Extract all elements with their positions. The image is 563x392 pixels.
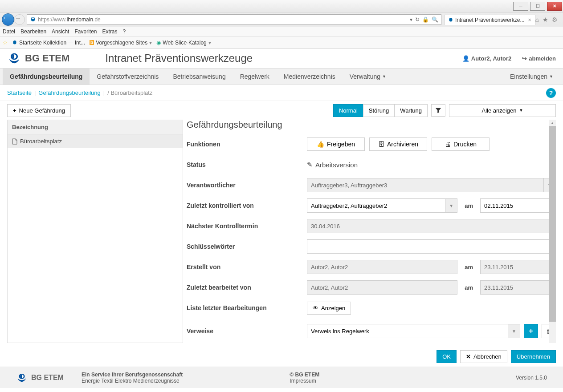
nav-medien[interactable]: Medienverzeichnis xyxy=(277,69,343,85)
caret-down-icon[interactable]: ▼ xyxy=(508,324,520,338)
kontrolliert-date[interactable]: 📅 xyxy=(480,198,556,213)
search-icon[interactable]: 🔍 xyxy=(432,16,438,23)
label-kontrolliert: Zuletzt kontrolliert von xyxy=(187,202,307,209)
am-label: am xyxy=(461,284,477,291)
menu-datei[interactable]: Datei xyxy=(3,28,15,35)
filter-button[interactable] xyxy=(431,104,445,117)
menu-help[interactable]: ? xyxy=(123,28,126,35)
caret-down-icon: ▼ xyxy=(519,108,523,113)
archivieren-button[interactable]: 🗄Archivieren xyxy=(369,137,427,151)
browser-url-bar[interactable]: https://www.ihredomain.de ▾ ↻ 🔒 🔍 xyxy=(27,14,441,25)
scroll-thumb[interactable] xyxy=(549,126,556,322)
sidebar-header: Bezeichnung xyxy=(8,120,183,134)
verantwortlicher-select[interactable]: ▼ xyxy=(307,178,556,192)
close-icon: ✕ xyxy=(466,353,471,360)
scroll-up-icon[interactable]: ▲ xyxy=(549,120,556,126)
mode-stoerung[interactable]: Störung xyxy=(363,104,395,117)
browser-forward-button[interactable]: → xyxy=(14,14,25,25)
label-status: Status xyxy=(187,161,307,168)
label-funktionen: Funktionen xyxy=(187,141,307,148)
breadcrumb-section[interactable]: Gefährdungsbeurteilung xyxy=(38,89,101,96)
print-icon: 🖨 xyxy=(445,141,451,148)
nav-betriebsanweisung[interactable]: Betriebsanweisung xyxy=(166,69,233,85)
bing-icon: b xyxy=(90,40,94,45)
kontrolliert-select[interactable]: ▼ xyxy=(307,198,457,213)
mode-normal[interactable]: Normal xyxy=(333,104,363,117)
tab-close-icon[interactable]: × xyxy=(528,17,531,23)
footer-version: Version 1.5.0 xyxy=(507,375,556,381)
apply-button[interactable]: Übernehmen xyxy=(511,350,556,363)
add-reference-button[interactable]: + xyxy=(524,324,538,338)
ok-button[interactable]: OK xyxy=(437,350,457,363)
home-icon[interactable]: ⌂ xyxy=(535,16,539,23)
show-all-button[interactable]: Alle anzeigen ▼ xyxy=(449,104,556,117)
scrollbar[interactable]: ▲ xyxy=(549,120,556,343)
kontrolliert-date-input[interactable] xyxy=(480,198,556,213)
menu-bearbeiten[interactable]: Bearbeiten xyxy=(20,28,46,35)
action-bar: OK ✕ Abbrechen Übernehmen xyxy=(0,347,563,367)
verweis-select[interactable]: ▼ xyxy=(307,324,520,338)
label-erstellt: Erstellt von xyxy=(187,263,307,271)
kontrolliert-input[interactable] xyxy=(307,198,445,213)
am-label: am xyxy=(461,264,477,271)
help-icon[interactable]: ? xyxy=(546,88,556,98)
logout-link[interactable]: ↪ abmelden xyxy=(522,55,556,62)
schluessel-input[interactable] xyxy=(307,239,556,254)
favorites-add-icon[interactable]: ☆ xyxy=(3,40,8,46)
new-hazard-button[interactable]: + Neue Gefährdung xyxy=(7,104,71,117)
archive-icon: 🗄 xyxy=(378,141,384,148)
breadcrumb-home[interactable]: Startseite xyxy=(7,89,32,96)
dropdown-icon[interactable]: ▾ xyxy=(410,16,412,23)
nav-regelwerk[interactable]: Regelwerk xyxy=(233,69,277,85)
nav-einstellungen[interactable]: Einstellungen ▼ xyxy=(503,69,560,85)
webslice-icon: ◉ xyxy=(156,40,161,46)
drucken-button[interactable]: 🖨Drucken xyxy=(432,137,490,151)
user-icon: 👤 xyxy=(462,55,469,62)
tab-strip: Intranet Präventionswerkze... × xyxy=(443,13,535,26)
browser-menubar: Datei Bearbeiten Ansicht Favoriten Extra… xyxy=(0,27,563,36)
anzeigen-button[interactable]: 👁 Anzeigen xyxy=(307,302,351,315)
nav-verwaltung[interactable]: Verwaltung ▼ xyxy=(343,69,393,85)
label-liste: Liste letzter Bearbeitungen xyxy=(187,304,307,311)
tools-icon[interactable]: ⚙ xyxy=(552,16,558,23)
sidebar-item[interactable]: Büroarbeitsplatz xyxy=(8,134,183,148)
verweis-input[interactable] xyxy=(307,324,508,338)
form-panel: Gefährdungsbeurteilung Funktionen 👍Freig… xyxy=(187,120,556,343)
label-bearbeitet: Zuletzt bearbeitet von xyxy=(187,284,307,291)
window-close-button[interactable]: ✕ xyxy=(547,2,562,11)
plus-icon: + xyxy=(13,107,16,114)
refresh-icon[interactable]: ↻ xyxy=(415,16,420,23)
verantwortlicher-input[interactable] xyxy=(307,178,543,192)
cancel-button[interactable]: ✕ Abbrechen xyxy=(460,350,507,363)
label-schluessel: Schlüsselwörter xyxy=(187,243,307,250)
status-value: ✎ Arbeitsversion xyxy=(307,161,358,169)
mode-wartung[interactable]: Wartung xyxy=(394,104,428,117)
footer-service: Ein Service Ihrer Berufsgenossenschaft E… xyxy=(73,372,192,384)
app-root: BG ETEM Intranet Präventionswerkzeuge 👤 … xyxy=(0,48,563,388)
footer: BG ETEM Ein Service Ihrer Berufsgenossen… xyxy=(0,367,563,388)
pencil-icon: ✎ xyxy=(307,161,313,169)
favorites-icon[interactable]: ★ xyxy=(543,16,548,23)
erstellt-von-input xyxy=(307,260,457,274)
url-controls: ▾ ↻ 🔒 🔍 xyxy=(410,16,438,23)
menu-favoriten[interactable]: Favoriten xyxy=(74,28,97,35)
menu-extras[interactable]: Extras xyxy=(102,28,118,35)
plus-icon: + xyxy=(529,327,533,335)
logo-icon xyxy=(16,373,28,383)
nav-gefaehrdung[interactable]: Gefährdungsbeurteilung xyxy=(3,69,90,85)
nav-gefahrstoff[interactable]: Gefahrstoffverzeichnis xyxy=(90,69,166,85)
caret-down-icon[interactable]: ▼ xyxy=(445,198,457,213)
menu-ansicht[interactable]: Ansicht xyxy=(52,28,69,35)
caret-down-icon: ▼ xyxy=(382,74,386,79)
bookmark-suggested[interactable]: b Vorgeschlagene Sites ▾ xyxy=(90,40,152,46)
window-minimize-button[interactable]: ─ xyxy=(513,2,528,11)
tab-title: Intranet Präventionswerkze... xyxy=(455,17,524,23)
bookmark-webslice[interactable]: ◉ Web Slice-Katalog ▾ xyxy=(156,40,211,46)
bookmark-start[interactable]: Startseite Kollektion — Int... xyxy=(12,40,85,46)
window-maximize-button[interactable]: ☐ xyxy=(530,2,545,11)
browser-back-button[interactable]: ← xyxy=(2,13,14,26)
freigeben-button[interactable]: 👍Freigeben xyxy=(307,137,365,151)
browser-tab[interactable]: Intranet Präventionswerkze... × xyxy=(444,15,535,25)
document-icon xyxy=(12,138,17,145)
impressum-link[interactable]: Impressum xyxy=(290,378,319,384)
